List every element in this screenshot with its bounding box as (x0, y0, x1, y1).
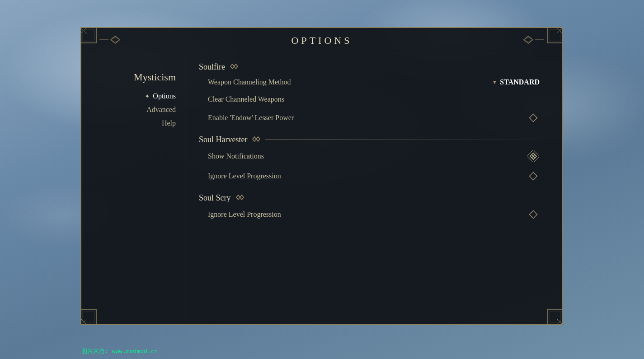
content-area: Mysticism ✦ Options Advanced Help Soulfi… (81, 53, 562, 324)
section-soulfire-title: Soulfire (199, 62, 225, 72)
option-ignore-level-1[interactable]: Ignore Level Progression (199, 166, 549, 186)
right-panel: Soulfire Weapon Channeling Method ▼ ST (185, 53, 562, 324)
modal-frame: OPTIONS Mysticism ✦ Options Advanced (80, 27, 563, 325)
option-clear-channeled[interactable]: Clear Channeled Weapons (199, 91, 549, 108)
section-soul-scry-line (249, 198, 549, 198)
sidebar-item-help-label: Help (162, 119, 176, 127)
section-soulfire-icon (230, 63, 239, 71)
sidebar-item-options[interactable]: ✦ Options (145, 91, 176, 101)
svg-marker-25 (256, 137, 260, 141)
dropdown-arrow-icon: ▼ (492, 79, 497, 86)
svg-rect-24 (530, 114, 537, 122)
option-enable-endow-toggle[interactable] (527, 112, 540, 124)
section-soul-harvester-line (265, 140, 549, 140)
option-show-notifications[interactable]: Show Notifications (199, 146, 549, 166)
option-weapon-channeling-text: STANDARD (500, 78, 540, 86)
section-soul-scry-header: Soul Scry (199, 193, 549, 203)
modal-title: OPTIONS (291, 35, 353, 47)
modal-container: OPTIONS Mysticism ✦ Options Advanced (80, 27, 563, 325)
section-soulfire-header: Soulfire (199, 62, 549, 72)
svg-marker-26 (253, 137, 256, 141)
option-enable-endow-label: Enable 'Endow' Lesser Power (208, 114, 294, 122)
option-clear-channeled-label: Clear Channeled Weapons (208, 95, 284, 103)
sidebar-item-help[interactable]: Help (162, 118, 176, 128)
option-ignore-level-2[interactable]: Ignore Level Progression (199, 205, 549, 224)
option-weapon-channeling[interactable]: Weapon Channeling Method ▼ STANDARD (199, 74, 549, 91)
option-weapon-channeling-value[interactable]: ▼ STANDARD (492, 78, 540, 86)
options-gear-icon: ✦ (145, 93, 150, 100)
title-decor-left (99, 35, 122, 46)
svg-rect-34 (530, 211, 537, 219)
sidebar-item-advanced-label: Advanced (146, 106, 176, 114)
svg-marker-20 (524, 37, 533, 42)
option-ignore-level-2-toggle[interactable] (527, 208, 540, 221)
option-ignore-level-2-label: Ignore Level Progression (208, 210, 281, 219)
section-soul-harvester-title: Soul Harvester (199, 135, 247, 145)
sidebar-heading: Mysticism (134, 71, 176, 83)
option-ignore-level-1-label: Ignore Level Progression (208, 172, 281, 180)
svg-marker-16 (111, 36, 120, 43)
watermark: 图片来自: www.modmod.cn (81, 347, 158, 355)
option-ignore-level-1-toggle[interactable] (527, 170, 540, 182)
svg-rect-31 (530, 173, 537, 180)
section-soul-scry-title: Soul Scry (199, 193, 231, 203)
sidebar: Mysticism ✦ Options Advanced Help (81, 53, 185, 324)
section-soul-harvester-icon (252, 136, 261, 144)
option-show-notifications-toggle[interactable] (527, 150, 540, 163)
svg-marker-22 (234, 64, 238, 69)
section-soulfire-line (243, 67, 549, 67)
svg-marker-23 (230, 64, 234, 69)
svg-marker-19 (524, 36, 533, 43)
sidebar-item-advanced[interactable]: Advanced (146, 105, 176, 115)
option-enable-endow[interactable]: Enable 'Endow' Lesser Power (199, 108, 549, 128)
title-decor-right (522, 35, 544, 46)
svg-marker-17 (111, 37, 120, 42)
svg-marker-33 (236, 195, 240, 200)
section-soul-scry-icon (235, 194, 244, 202)
section-soul-harvester-header: Soul Harvester (199, 135, 549, 145)
option-show-notifications-label: Show Notifications (208, 152, 264, 160)
sidebar-item-options-label: Options (153, 92, 176, 100)
title-bar: OPTIONS (81, 28, 562, 53)
option-weapon-channeling-label: Weapon Channeling Method (208, 78, 291, 86)
svg-marker-32 (240, 195, 244, 200)
